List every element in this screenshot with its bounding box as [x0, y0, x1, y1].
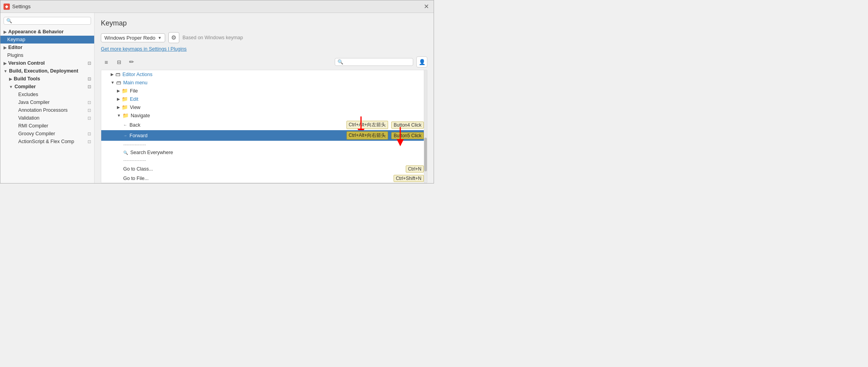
sidebar-item-build-tools[interactable]: ▶ Build Tools ⊡: [0, 75, 94, 83]
sidebar-item-plugins[interactable]: Plugins: [0, 51, 94, 59]
copy-icon: ⊡: [88, 139, 91, 144]
sidebar: 🔍 ▶ Appearance & Behavior Keymap ▶ Edito…: [0, 13, 95, 183]
edit-button[interactable]: ✏: [126, 56, 137, 67]
tree-search-box[interactable]: 🔍: [335, 58, 413, 66]
sidebar-item-keymap[interactable]: Keymap: [0, 36, 94, 44]
collapse-icon: ≡: [105, 59, 108, 65]
get-more-keymaps-link[interactable]: Get more keymaps in Settings | Plugins: [101, 46, 427, 52]
sidebar-item-excludes[interactable]: Excludes: [0, 91, 94, 98]
sidebar-item-rmi-compiler[interactable]: RMI Compiler: [0, 122, 94, 130]
search-icon: 🔍: [6, 18, 12, 24]
folder-icon: 🗃: [115, 71, 120, 77]
arrow-icon: [15, 93, 17, 97]
tree-item-label: Edit: [130, 96, 424, 102]
tree-item-navigate[interactable]: ▼ 📁 Navigate: [101, 111, 427, 120]
folder-icon: 📁: [122, 104, 128, 110]
keymap-dropdown[interactable]: Windows Proper Redo ▼: [101, 33, 165, 42]
main-content: Keymap Windows Proper Redo ▼ ⚙ Based on …: [95, 13, 434, 183]
tree-item-label: Go to Class...: [123, 166, 404, 172]
sidebar-item-java-compiler[interactable]: Java Compiler ⊡: [0, 98, 94, 106]
sidebar-item-label: Validation: [18, 115, 40, 121]
arrow-icon: [4, 53, 6, 58]
user-icon: 👤: [419, 59, 425, 65]
sidebar-item-actionscript[interactable]: ActionScript & Flex Comp ⊡: [0, 138, 94, 145]
tree-item-go-to-class[interactable]: Go to Class... Ctrl+N: [101, 164, 427, 174]
copy-icon: ⊡: [88, 131, 91, 136]
sidebar-item-label: Version Control: [8, 60, 45, 66]
chevron-down-icon: ▼: [158, 36, 162, 40]
sidebar-item-label: Excludes: [18, 92, 38, 97]
folder-icon: 📁: [122, 113, 129, 118]
content-area: 🔍 ▶ Appearance & Behavior Keymap ▶ Edito…: [0, 13, 434, 183]
shortcut-badge: Ctrl+Alt+向左箭头: [346, 121, 388, 129]
sidebar-search-input[interactable]: [14, 18, 88, 24]
settings-window: ◆ Settings ✕ 🔍 ▶ Appearance & Behavior K…: [0, 0, 434, 184]
collapse-all-button[interactable]: ≡: [101, 56, 112, 67]
copy-icon: ⊡: [88, 84, 91, 89]
window-title: Settings: [12, 4, 422, 9]
sidebar-item-groovy-compiler[interactable]: Groovy Compiler ⊡: [0, 130, 94, 138]
sidebar-item-label: Plugins: [7, 53, 24, 58]
folder-icon: 📁: [122, 88, 128, 94]
keymap-selector-row: Windows Proper Redo ▼ ⚙ Based on Windows…: [101, 32, 427, 43]
based-on-label: Based on Windows keymap: [182, 35, 243, 40]
sidebar-item-build-execution[interactable]: ▼ Build, Execution, Deployment: [0, 67, 94, 75]
arrow-icon: ▶: [4, 61, 7, 65]
divider-label: --------------: [123, 142, 424, 147]
scrollbar-thumb[interactable]: [424, 138, 427, 171]
sidebar-item-label: Build, Execution, Deployment: [9, 68, 78, 74]
sidebar-item-label: Annotation Processors: [18, 107, 68, 113]
tree-item-file[interactable]: ▶ 📁 File: [101, 87, 427, 95]
tree-item-label: Main menu: [123, 80, 424, 85]
arrow-icon: [15, 132, 17, 136]
user-icon-button[interactable]: 👤: [416, 56, 427, 67]
scrollbar-track: [424, 70, 427, 183]
arrow-icon: [4, 38, 6, 42]
expand-arrow-icon: ▼: [111, 80, 115, 85]
arrow-icon: [15, 108, 17, 113]
shortcut-badge: Ctrl+Alt+向右箭头: [346, 131, 388, 140]
tree-item-search-everywhere[interactable]: 🔍 Search Everywhere: [101, 149, 427, 156]
title-bar: ◆ Settings ✕: [0, 0, 434, 13]
tree-item-label: Search Everywhere: [130, 150, 424, 155]
sidebar-search-box[interactable]: 🔍: [4, 17, 91, 25]
arrow-icon: ▼: [9, 85, 13, 89]
shortcut-badge: Button5 Click: [391, 132, 424, 139]
back-arrow-icon: ←: [123, 123, 127, 127]
tree-item-edit[interactable]: ▶ 📁 Edit: [101, 95, 427, 103]
page-title: Keymap: [101, 19, 427, 27]
close-button[interactable]: ✕: [422, 3, 430, 10]
tree-item-label: Navigate: [131, 113, 424, 118]
tree-toolbar: ≡ ⊟ ✏ 🔍 👤: [101, 56, 427, 67]
tree-item-forward[interactable]: → Forward Ctrl+Alt+向右箭头 Button5 Click: [101, 130, 427, 141]
tree-item-main-menu[interactable]: ▼ 🗃 Main menu: [101, 78, 427, 87]
tree-item-editor-actions[interactable]: ▶ 🗃 Editor Actions: [101, 70, 427, 78]
copy-icon: ⊡: [88, 76, 91, 82]
sidebar-item-label: Java Compiler: [18, 100, 50, 105]
tree-item-back[interactable]: ← Back Ctrl+Alt+向左箭头 Button4 Click: [101, 120, 427, 130]
tree-search-input[interactable]: [345, 59, 410, 65]
folder-icon: 📁: [122, 96, 128, 102]
arrow-icon: ▶: [4, 30, 7, 34]
tree-item-view[interactable]: ▶ 📁 View: [101, 103, 427, 111]
sidebar-item-label: RMI Compiler: [18, 123, 48, 129]
expand-all-button[interactable]: ⊟: [113, 56, 124, 67]
expand-arrow-icon: ▶: [111, 72, 114, 76]
keymap-name: Windows Proper Redo: [104, 35, 155, 41]
sidebar-item-version-control[interactable]: ▶ Version Control ⊡: [0, 59, 94, 67]
expand-arrow-icon: ▶: [117, 97, 120, 101]
sidebar-item-editor[interactable]: ▶ Editor: [0, 44, 94, 51]
expand-arrow-icon: ▶: [117, 89, 120, 93]
copy-icon: ⊡: [88, 116, 91, 121]
copy-icon: ⊡: [88, 108, 91, 113]
sidebar-item-annotation-processors[interactable]: Annotation Processors ⊡: [0, 106, 94, 114]
gear-button[interactable]: ⚙: [168, 32, 179, 43]
tree-item-go-to-file[interactable]: Go to File... Ctrl+Shift+N: [101, 174, 427, 183]
sidebar-item-appearance[interactable]: ▶ Appearance & Behavior: [0, 28, 94, 36]
copy-icon: ⊡: [88, 61, 91, 66]
sidebar-item-label: Compiler: [15, 84, 36, 89]
sidebar-item-compiler[interactable]: ▼ Compiler ⊡: [0, 83, 94, 91]
sidebar-item-validation[interactable]: Validation ⊡: [0, 114, 94, 122]
sidebar-item-label: Groovy Compiler: [18, 131, 55, 136]
tree-item-label: Forward: [129, 133, 345, 138]
